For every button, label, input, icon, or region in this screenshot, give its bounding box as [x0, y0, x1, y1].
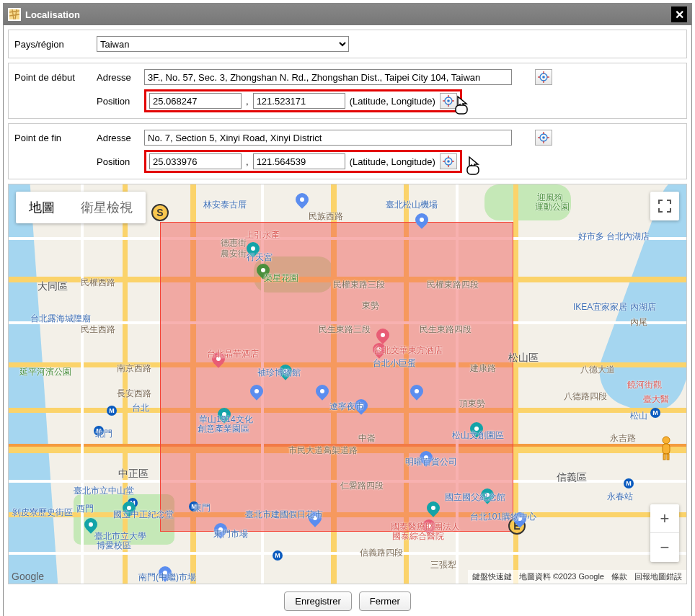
footer: Enregistrer Fermer	[8, 584, 687, 615]
map-label: 好市多 台北內湖店	[578, 231, 650, 243]
start-section: Point de début Adresse Position ,	[8, 63, 687, 119]
end-address-locate-button[interactable]	[535, 130, 552, 146]
country-section: Pays/région Taiwan	[8, 30, 687, 58]
start-address-locate-button[interactable]	[535, 69, 552, 85]
start-label: Point de début	[14, 69, 94, 83]
map-label: 民權東路三段	[333, 279, 385, 291]
attr-data: 地圖資料 ©2023 Google	[519, 571, 604, 582]
map-label: 運動公園	[535, 201, 570, 213]
map-label: 上引水產	[245, 229, 280, 241]
map-label: 農安街	[221, 248, 247, 260]
zoom-control: + −	[650, 504, 679, 562]
close-button[interactable]: ✕	[671, 6, 687, 22]
google-logo: Google	[12, 571, 44, 582]
map-selection-rect	[160, 222, 513, 532]
map-label: 遼寧夜市	[329, 401, 364, 413]
attr-shortcut[interactable]: 鍵盤快速鍵	[472, 571, 512, 582]
attr-terms[interactable]: 條款	[611, 571, 627, 582]
map-label: 西門	[76, 503, 94, 515]
map-label: 中正區	[118, 468, 149, 481]
map-label: 臺北市立中山堂	[74, 485, 134, 497]
map-label: 永春站	[607, 491, 633, 503]
map-label: 民權西路	[81, 277, 115, 289]
start-lat-input[interactable]	[149, 93, 242, 109]
latlong-hint: (Latitude, Longitude)	[350, 96, 435, 107]
start-address-input[interactable]	[144, 69, 512, 85]
fullscreen-button[interactable]	[650, 192, 679, 220]
map-label: 創意產業園區	[198, 423, 249, 435]
titlebar: Localisation ✕	[4, 4, 691, 25]
end-position-highlight: , (Latitude, Longitude)	[144, 150, 462, 173]
address-label: Adresse	[97, 72, 140, 83]
start-position-locate-button[interactable]	[440, 93, 457, 109]
map-label: IKEA宜家家居 內湖店	[573, 301, 656, 313]
map-label: 國立國父紀念館	[445, 491, 505, 504]
metro-icon: M	[650, 408, 660, 418]
map-label: 袖珍博物館	[257, 367, 301, 379]
map-label: 林安泰古厝	[203, 199, 247, 211]
svg-point-2	[542, 76, 545, 79]
map-label: 八德大道	[580, 364, 615, 376]
map-label: 剝皮寮歷史街區	[12, 506, 73, 519]
metro-icon: M	[107, 406, 117, 416]
map-label: 南京西路	[117, 362, 151, 375]
end-position-locate-button[interactable]	[440, 153, 457, 169]
zoom-in-button[interactable]: +	[650, 504, 679, 533]
map-label: 信義路四段	[360, 547, 403, 559]
window-title: Localisation	[25, 9, 667, 20]
map-label: 八德路四段	[564, 390, 607, 403]
comma-sep: ,	[246, 156, 249, 167]
localisation-window: Localisation ✕ Pays/région Taiwan Point …	[3, 3, 692, 616]
country-select[interactable]: Taiwan	[97, 36, 349, 52]
map-tab-map[interactable]: 地圖	[16, 192, 68, 223]
svg-point-27	[663, 437, 670, 444]
end-section: Point de fin Adresse Position ,	[8, 123, 687, 179]
end-address-input[interactable]	[144, 130, 512, 146]
map-label: 民生東路三段	[319, 323, 371, 336]
map-label: 國泰綜合醫院	[392, 530, 444, 543]
map-label: 頂東勢	[459, 398, 485, 410]
map-label: 建康路	[470, 362, 496, 375]
map-label: 內尾	[630, 316, 647, 329]
map-label: 南門(中繼)市場	[138, 571, 196, 584]
map-label: 三張犁	[430, 559, 456, 571]
svg-point-8	[447, 99, 450, 102]
svg-point-21	[447, 160, 450, 163]
map[interactable]: S E M M M M M M M	[8, 184, 687, 584]
close-dialog-button[interactable]: Fermer	[359, 592, 411, 611]
address-label: Adresse	[97, 133, 140, 143]
start-position-highlight: , (Latitude, Longitude)	[144, 89, 462, 112]
map-tab-satellite[interactable]: 衛星檢視	[68, 192, 146, 223]
map-label: 台北小巨蛋	[373, 357, 416, 370]
map-label: 博愛校區	[97, 540, 131, 552]
map-label: 東門	[193, 502, 211, 514]
map-label: 長安西路	[117, 388, 151, 400]
country-label: Pays/région	[14, 36, 94, 50]
map-label: 永吉路	[610, 432, 636, 445]
svg-point-15	[542, 136, 545, 139]
map-label: 榮星花園	[264, 272, 298, 285]
map-label: 仁愛路四段	[340, 480, 384, 492]
map-label: 台北	[132, 402, 149, 414]
map-label: 大同區	[37, 280, 68, 293]
latlong-hint: (Latitude, Longitude)	[350, 156, 435, 167]
map-label: 台北晶華酒店	[207, 348, 259, 360]
svg-rect-30	[667, 454, 669, 460]
svg-rect-29	[663, 454, 665, 460]
map-label: 民生西路	[81, 323, 115, 336]
zoom-out-button[interactable]: −	[650, 533, 679, 562]
attr-report[interactable]: 回報地圖錯誤	[634, 571, 682, 582]
metro-icon: M	[273, 550, 283, 561]
map-label: 市民大道高架道路	[288, 445, 358, 457]
save-button[interactable]: Enregistrer	[284, 592, 352, 611]
end-lng-input[interactable]	[253, 153, 345, 169]
map-label: 民族西路	[309, 210, 343, 223]
metro-icon: M	[624, 478, 634, 488]
pegman-icon[interactable]	[655, 435, 678, 461]
map-label: 台北文華東方酒店	[373, 344, 443, 357]
map-marker-start[interactable]: S	[151, 204, 169, 221]
end-lat-input[interactable]	[149, 153, 242, 169]
start-lng-input[interactable]	[253, 93, 345, 109]
map-label: 東勢	[362, 300, 379, 312]
svg-rect-28	[663, 444, 670, 454]
